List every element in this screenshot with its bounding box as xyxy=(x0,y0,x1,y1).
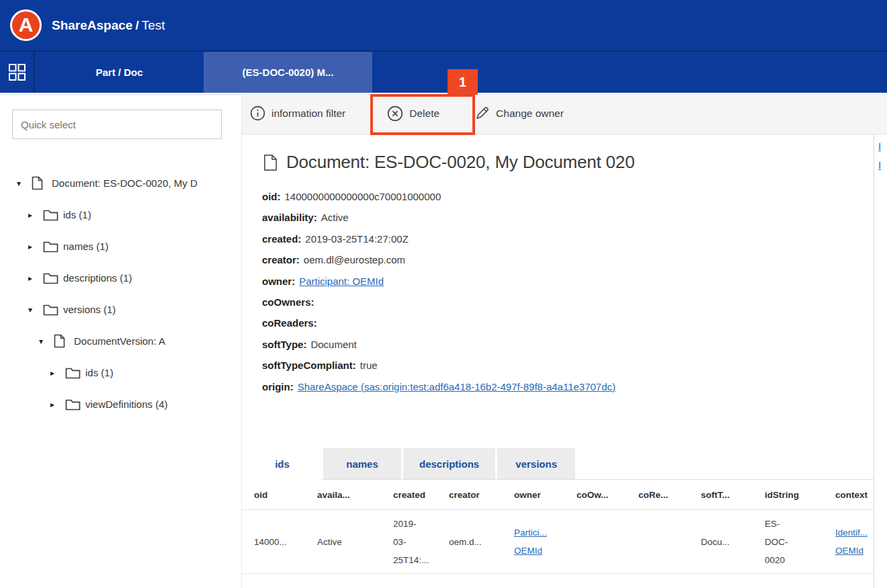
chevron-collapsed-icon[interactable] xyxy=(28,210,43,220)
tree-item-label: Document: ES-DOC-0020, My D xyxy=(52,177,198,189)
table-row[interactable]: 14000... Active 2019- 03- 25T14:... oem.… xyxy=(242,510,874,574)
tree-item-label: viewDefinitions (4) xyxy=(85,398,168,410)
tree-item-label: versions (1) xyxy=(63,304,116,315)
document-panel: Document: ES-DOC-0020, My Document 020 o… xyxy=(242,134,874,588)
col-coreaders: coRe... xyxy=(638,486,701,504)
tree-item-document-version[interactable]: DocumentVersion: A xyxy=(0,325,241,357)
tab-label: (ES-DOC-0020) M... xyxy=(243,67,334,78)
owner-participant-link[interactable]: Partici... xyxy=(514,523,547,542)
chevron-expanded-icon[interactable] xyxy=(17,179,32,188)
owner-link[interactable]: Participant: OEMId xyxy=(299,276,384,287)
clipped-link[interactable]: I xyxy=(878,157,886,175)
cell-owner: Partici... OEMId xyxy=(514,523,577,560)
chevron-expanded-icon[interactable] xyxy=(39,337,54,346)
tree-item-label: ids (1) xyxy=(63,209,91,220)
folder-icon xyxy=(43,209,63,221)
cell-creator: oem.d... xyxy=(449,533,514,551)
context-identifier-link[interactable]: Identif... xyxy=(835,523,868,542)
tree-item-label: DocumentVersion: A xyxy=(74,335,165,347)
tab-names[interactable]: names xyxy=(323,448,401,479)
attr-owner: owner:Participant: OEMId xyxy=(262,271,874,292)
attr-availability: availability:Active xyxy=(262,207,874,228)
cell-context: Identif... OEMId xyxy=(835,523,874,560)
col-oid: oid xyxy=(254,486,317,504)
tree-item-document[interactable]: Document: ES-DOC-0020, My D xyxy=(0,167,241,199)
cell-created: 2019- 03- 25T14:... xyxy=(393,515,449,569)
change-owner-label: Change owner xyxy=(496,108,564,120)
tree-item-version-ids[interactable]: ids (1) xyxy=(0,357,241,388)
attr-coowners: coOwners: xyxy=(262,292,874,312)
folder-icon xyxy=(65,367,85,379)
tab-es-doc-0020[interactable]: (ES-DOC-0020) M... xyxy=(204,52,372,93)
attr-origin: origin:ShareAspace (sas:origin:test:adf6… xyxy=(262,376,874,397)
col-context: context xyxy=(835,486,874,504)
tab-ids[interactable]: ids xyxy=(243,448,321,480)
document-tree: Document: ES-DOC-0020, My D ids (1) name… xyxy=(0,167,241,420)
folder-icon xyxy=(43,272,63,284)
workspace-tab-bar: Part / Doc (ES-DOC-0020) M... xyxy=(0,50,887,93)
information-filter-label: information filter xyxy=(271,108,345,120)
col-availability: availa... xyxy=(317,486,393,504)
tree-item-names[interactable]: names (1) xyxy=(0,230,241,262)
top-brand-bar: A ShareAspace/Test xyxy=(0,0,887,50)
origin-link[interactable]: ShareAspace (sas:origin:test:adf6a418-16… xyxy=(298,381,616,392)
content-area: information filter Delete Change owner xyxy=(242,93,887,588)
tree-item-view-definitions[interactable]: viewDefinitions (4) xyxy=(0,388,241,420)
sidebar: Document: ES-DOC-0020, My D ids (1) name… xyxy=(0,93,242,588)
tree-item-descriptions[interactable]: descriptions (1) xyxy=(0,262,241,294)
tab-part-doc[interactable]: Part / Doc xyxy=(35,52,204,93)
grid-icon xyxy=(8,63,26,81)
document-icon xyxy=(54,334,74,348)
chevron-collapsed-icon[interactable] xyxy=(50,368,65,378)
app-window: A ShareAspace/Test Part / Doc (ES-DOC-00… xyxy=(0,0,887,588)
owner-oemid-link[interactable]: OEMId xyxy=(514,542,542,560)
clipped-link[interactable]: I xyxy=(878,138,886,157)
action-toolbar: information filter Delete Change owner xyxy=(242,93,887,134)
context-oemid-link[interactable]: OEMId xyxy=(835,542,863,560)
tree-item-label: ids (1) xyxy=(85,367,114,378)
right-edge-panel: I I xyxy=(874,134,887,588)
delete-button[interactable]: Delete xyxy=(387,106,439,122)
brand-separator: / xyxy=(135,18,138,32)
table-header: oid availa... created creator owner coOw… xyxy=(242,480,874,510)
chevron-collapsed-icon[interactable] xyxy=(28,242,43,251)
brand-name: ShareAspace xyxy=(52,18,132,32)
attr-creator: creator:oem.dl@eurostep.com xyxy=(262,249,874,270)
document-icon xyxy=(32,176,52,190)
tree-item-versions[interactable]: versions (1) xyxy=(0,294,241,325)
col-softtype: softT... xyxy=(701,486,765,504)
cell-availability: Active xyxy=(317,533,393,551)
cell-idstring: ES- DOC- 0020 xyxy=(765,515,835,569)
change-owner-button[interactable]: Change owner xyxy=(474,106,564,121)
col-coowners: coOw... xyxy=(577,486,638,504)
delete-label: Delete xyxy=(409,108,439,120)
folder-icon xyxy=(43,304,63,316)
folder-icon xyxy=(65,398,85,411)
col-created: created xyxy=(393,486,449,504)
chevron-collapsed-icon[interactable] xyxy=(28,274,43,283)
attr-softtypecompliant: softTypeCompliant:true xyxy=(262,355,874,376)
quick-select-input[interactable] xyxy=(12,110,222,139)
apps-grid-button[interactable] xyxy=(0,52,35,93)
pencil-icon xyxy=(474,106,490,121)
attr-softtype: softType:Document xyxy=(262,334,874,355)
tree-item-ids[interactable]: ids (1) xyxy=(0,199,241,230)
chevron-collapsed-icon[interactable] xyxy=(50,400,65,409)
tree-item-label: descriptions (1) xyxy=(63,272,132,284)
tab-descriptions[interactable]: descriptions xyxy=(403,448,495,479)
cell-softtype: Docu... xyxy=(701,533,765,551)
attr-coreaders: coReaders: xyxy=(262,312,874,333)
shareaspace-logo-icon[interactable]: A xyxy=(10,9,42,41)
folder-icon xyxy=(43,241,63,253)
tab-label: Part / Doc xyxy=(95,67,142,78)
page-title: Document: ES-DOC-0020, My Document 020 xyxy=(286,152,634,173)
tab-versions[interactable]: versions xyxy=(497,448,575,479)
information-filter-button[interactable]: information filter xyxy=(250,106,345,121)
chevron-expanded-icon[interactable] xyxy=(28,305,43,314)
col-idstring: idString xyxy=(765,486,835,504)
delete-circle-icon xyxy=(387,106,403,122)
attribute-list: oid:1400000000000000c70001000000 availab… xyxy=(262,186,874,397)
detail-tabs: ids names descriptions versions xyxy=(243,448,874,480)
attr-created: created:2019-03-25T14:27:00Z xyxy=(262,228,874,249)
logo-letter: A xyxy=(12,11,40,39)
